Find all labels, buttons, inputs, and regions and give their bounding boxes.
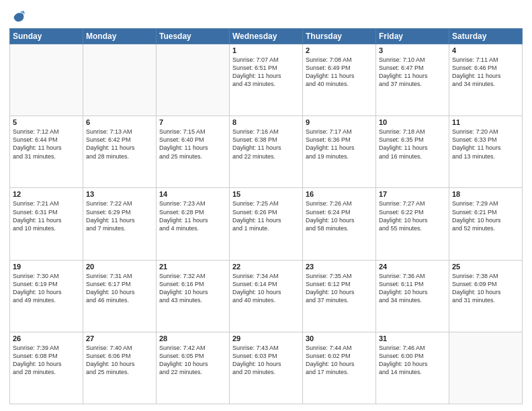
day-number: 16 xyxy=(306,190,373,198)
calendar-cell: 16Sunrise: 7:26 AM Sunset: 6:24 PM Dayli… xyxy=(303,188,376,260)
calendar-week-3: 19Sunrise: 7:30 AM Sunset: 6:19 PM Dayli… xyxy=(10,260,523,332)
calendar-cell: 1Sunrise: 7:07 AM Sunset: 6:51 PM Daylig… xyxy=(230,44,303,116)
day-info: Sunrise: 7:35 AM Sunset: 6:12 PM Dayligh… xyxy=(306,272,373,305)
day-info: Sunrise: 7:29 AM Sunset: 6:21 PM Dayligh… xyxy=(452,199,519,232)
day-number: 24 xyxy=(379,263,446,271)
header xyxy=(9,7,523,24)
day-number: 1 xyxy=(232,46,300,54)
day-info: Sunrise: 7:17 AM Sunset: 6:36 PM Dayligh… xyxy=(306,128,373,161)
day-number: 31 xyxy=(379,334,446,342)
calendar-cell: 24Sunrise: 7:36 AM Sunset: 6:11 PM Dayli… xyxy=(376,260,449,332)
day-info: Sunrise: 7:12 AM Sunset: 6:44 PM Dayligh… xyxy=(13,128,80,161)
day-number: 21 xyxy=(159,263,226,271)
calendar-cell: 19Sunrise: 7:30 AM Sunset: 6:19 PM Dayli… xyxy=(10,260,83,332)
calendar-cell: 17Sunrise: 7:27 AM Sunset: 6:22 PM Dayli… xyxy=(376,188,449,260)
day-number: 3 xyxy=(379,46,446,54)
day-number: 11 xyxy=(452,118,519,126)
day-info: Sunrise: 7:32 AM Sunset: 6:16 PM Dayligh… xyxy=(159,272,226,305)
day-number: 4 xyxy=(452,46,519,54)
calendar-cell: 4Sunrise: 7:11 AM Sunset: 6:46 PM Daylig… xyxy=(449,44,523,116)
calendar-week-0: 1Sunrise: 7:07 AM Sunset: 6:51 PM Daylig… xyxy=(10,44,523,116)
day-number: 20 xyxy=(86,263,153,271)
day-number: 6 xyxy=(86,118,153,126)
day-info: Sunrise: 7:30 AM Sunset: 6:19 PM Dayligh… xyxy=(13,272,80,305)
day-number: 25 xyxy=(452,263,519,271)
calendar-cell: 28Sunrise: 7:42 AM Sunset: 6:05 PM Dayli… xyxy=(157,332,230,404)
calendar-week-1: 5Sunrise: 7:12 AM Sunset: 6:44 PM Daylig… xyxy=(10,116,523,188)
calendar-cell: 6Sunrise: 7:13 AM Sunset: 6:42 PM Daylig… xyxy=(83,116,157,188)
day-number: 18 xyxy=(452,190,519,198)
calendar-cell: 29Sunrise: 7:43 AM Sunset: 6:03 PM Dayli… xyxy=(230,332,303,404)
day-number: 12 xyxy=(13,190,80,198)
calendar-cell: 27Sunrise: 7:40 AM Sunset: 6:06 PM Dayli… xyxy=(83,332,157,404)
page: SundayMondayTuesdayWednesdayThursdayFrid… xyxy=(0,0,532,411)
calendar-header-thursday: Thursday xyxy=(303,29,376,44)
day-number: 9 xyxy=(306,118,373,126)
day-info: Sunrise: 7:46 AM Sunset: 6:00 PM Dayligh… xyxy=(379,344,446,377)
calendar-cell: 7Sunrise: 7:15 AM Sunset: 6:40 PM Daylig… xyxy=(157,116,230,188)
calendar-cell: 11Sunrise: 7:20 AM Sunset: 6:33 PM Dayli… xyxy=(449,116,523,188)
calendar-cell: 21Sunrise: 7:32 AM Sunset: 6:16 PM Dayli… xyxy=(157,260,230,332)
day-info: Sunrise: 7:38 AM Sunset: 6:09 PM Dayligh… xyxy=(452,272,519,305)
day-number: 14 xyxy=(159,190,226,198)
logo xyxy=(9,9,26,24)
day-number: 5 xyxy=(13,118,80,126)
day-number: 26 xyxy=(13,334,80,342)
day-number: 27 xyxy=(86,334,153,342)
day-number: 17 xyxy=(379,190,446,198)
calendar-cell xyxy=(10,44,83,116)
calendar-header-wednesday: Wednesday xyxy=(230,29,303,44)
day-info: Sunrise: 7:15 AM Sunset: 6:40 PM Dayligh… xyxy=(159,128,226,161)
calendar-header-tuesday: Tuesday xyxy=(157,29,230,44)
calendar-cell: 18Sunrise: 7:29 AM Sunset: 6:21 PM Dayli… xyxy=(449,188,523,260)
day-info: Sunrise: 7:18 AM Sunset: 6:35 PM Dayligh… xyxy=(379,128,446,161)
calendar-header-sunday: Sunday xyxy=(10,29,83,44)
calendar-cell: 12Sunrise: 7:21 AM Sunset: 6:31 PM Dayli… xyxy=(10,188,83,260)
calendar-header-row: SundayMondayTuesdayWednesdayThursdayFrid… xyxy=(10,29,523,44)
day-number: 2 xyxy=(306,46,373,54)
calendar-cell: 8Sunrise: 7:16 AM Sunset: 6:38 PM Daylig… xyxy=(230,116,303,188)
day-number: 23 xyxy=(306,263,373,271)
day-number: 29 xyxy=(232,334,300,342)
day-number: 10 xyxy=(379,118,446,126)
day-info: Sunrise: 7:11 AM Sunset: 6:46 PM Dayligh… xyxy=(452,56,519,89)
day-number: 7 xyxy=(159,118,226,126)
calendar-cell: 25Sunrise: 7:38 AM Sunset: 6:09 PM Dayli… xyxy=(449,260,523,332)
day-number: 19 xyxy=(13,263,80,271)
day-info: Sunrise: 7:36 AM Sunset: 6:11 PM Dayligh… xyxy=(379,272,446,305)
calendar-cell: 26Sunrise: 7:39 AM Sunset: 6:08 PM Dayli… xyxy=(10,332,83,404)
day-info: Sunrise: 7:42 AM Sunset: 6:05 PM Dayligh… xyxy=(159,344,226,377)
day-info: Sunrise: 7:39 AM Sunset: 6:08 PM Dayligh… xyxy=(13,344,80,377)
calendar-week-2: 12Sunrise: 7:21 AM Sunset: 6:31 PM Dayli… xyxy=(10,188,523,260)
day-number: 28 xyxy=(159,334,226,342)
calendar-header-monday: Monday xyxy=(83,29,157,44)
calendar-cell: 14Sunrise: 7:23 AM Sunset: 6:28 PM Dayli… xyxy=(157,188,230,260)
day-info: Sunrise: 7:10 AM Sunset: 6:47 PM Dayligh… xyxy=(379,56,446,89)
calendar-cell xyxy=(157,44,230,116)
day-info: Sunrise: 7:43 AM Sunset: 6:03 PM Dayligh… xyxy=(232,344,300,377)
day-info: Sunrise: 7:07 AM Sunset: 6:51 PM Dayligh… xyxy=(232,56,300,89)
calendar-cell: 31Sunrise: 7:46 AM Sunset: 6:00 PM Dayli… xyxy=(376,332,449,404)
calendar-cell: 9Sunrise: 7:17 AM Sunset: 6:36 PM Daylig… xyxy=(303,116,376,188)
calendar-cell: 5Sunrise: 7:12 AM Sunset: 6:44 PM Daylig… xyxy=(10,116,83,188)
calendar-cell xyxy=(449,332,523,404)
day-number: 30 xyxy=(306,334,373,342)
calendar-cell: 22Sunrise: 7:34 AM Sunset: 6:14 PM Dayli… xyxy=(230,260,303,332)
day-info: Sunrise: 7:44 AM Sunset: 6:02 PM Dayligh… xyxy=(306,344,373,377)
day-number: 22 xyxy=(232,263,300,271)
calendar-header-friday: Friday xyxy=(376,29,449,44)
day-info: Sunrise: 7:40 AM Sunset: 6:06 PM Dayligh… xyxy=(86,344,153,377)
calendar-cell xyxy=(83,44,157,116)
day-info: Sunrise: 7:27 AM Sunset: 6:22 PM Dayligh… xyxy=(379,199,446,232)
day-info: Sunrise: 7:08 AM Sunset: 6:49 PM Dayligh… xyxy=(306,56,373,89)
calendar-cell: 20Sunrise: 7:31 AM Sunset: 6:17 PM Dayli… xyxy=(83,260,157,332)
day-info: Sunrise: 7:16 AM Sunset: 6:38 PM Dayligh… xyxy=(232,128,300,161)
day-info: Sunrise: 7:34 AM Sunset: 6:14 PM Dayligh… xyxy=(232,272,300,305)
day-info: Sunrise: 7:21 AM Sunset: 6:31 PM Dayligh… xyxy=(13,199,80,232)
calendar-header-saturday: Saturday xyxy=(449,29,523,44)
day-number: 8 xyxy=(232,118,300,126)
day-info: Sunrise: 7:22 AM Sunset: 6:29 PM Dayligh… xyxy=(86,199,153,232)
calendar-week-4: 26Sunrise: 7:39 AM Sunset: 6:08 PM Dayli… xyxy=(10,332,523,404)
day-number: 13 xyxy=(86,190,153,198)
calendar-cell: 15Sunrise: 7:25 AM Sunset: 6:26 PM Dayli… xyxy=(230,188,303,260)
